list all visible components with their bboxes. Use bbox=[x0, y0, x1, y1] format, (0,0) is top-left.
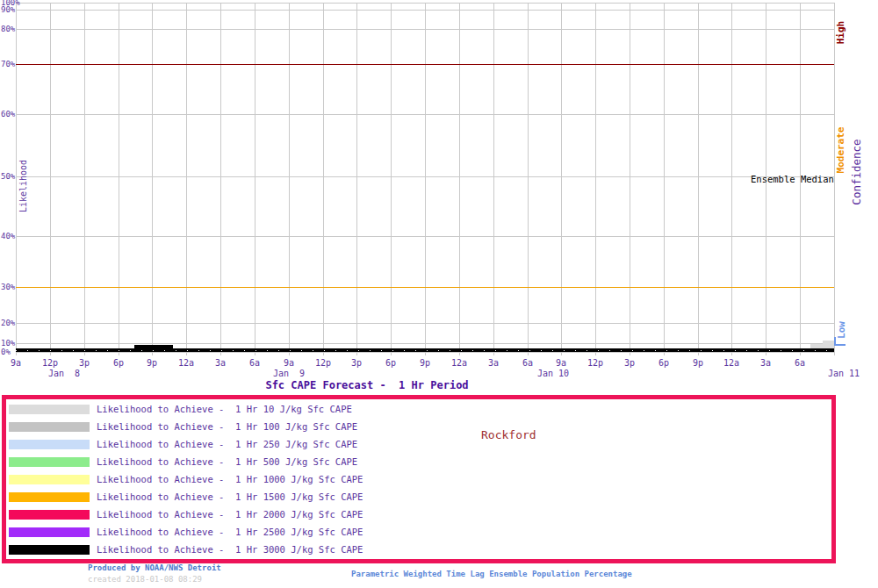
x-gridline bbox=[152, 3, 153, 355]
x-tick-label: 12a bbox=[178, 359, 194, 368]
x-tick-label: 6p bbox=[658, 359, 669, 368]
legend-item: Likelihood to Achieve - 1 Hr 1000 J/kg S… bbox=[9, 474, 363, 484]
legend-item: Likelihood to Achieve - 1 Hr 100 J/kg Sf… bbox=[9, 421, 357, 432]
y-tick-label: 50% bbox=[1, 173, 15, 181]
x-tick-label: 6p bbox=[385, 359, 396, 368]
legend-label: Likelihood to Achieve - 1 Hr 3000 J/kg S… bbox=[97, 545, 363, 555]
legend-item: Likelihood to Achieve - 1 Hr 2000 J/kg S… bbox=[9, 509, 363, 520]
x-gridline bbox=[84, 3, 85, 355]
y-tick-label: 80% bbox=[1, 25, 15, 33]
x-gridline bbox=[255, 3, 255, 355]
legend-label: Likelihood to Achieve - 1 Hr 1500 J/kg S… bbox=[97, 492, 363, 502]
legend-label: Likelihood to Achieve - 1 Hr 2000 J/kg S… bbox=[97, 510, 363, 520]
x-date-label: Jan 10 bbox=[537, 369, 569, 378]
series-segment bbox=[134, 345, 173, 348]
legend-label: Likelihood to Achieve - 1 Hr 500 J/kg Sf… bbox=[97, 457, 357, 467]
x-gridline bbox=[16, 3, 17, 355]
confidence-band-label-low: Low bbox=[837, 321, 846, 339]
legend-label: Likelihood to Achieve - 1 Hr 2500 J/kg S… bbox=[97, 527, 363, 537]
produced-by-credit: Produced by NOAA/NWS Detroit bbox=[88, 564, 221, 573]
created-timestamp: created 2018-01-08 08:29 bbox=[88, 576, 202, 584]
chart-title: Sfc CAPE Forecast - 1 Hr Period bbox=[265, 380, 468, 391]
x-gridline bbox=[528, 3, 529, 355]
legend-swatch bbox=[9, 527, 90, 537]
x-gridline bbox=[664, 3, 665, 355]
x-gridline bbox=[50, 3, 51, 355]
legend-swatch bbox=[9, 457, 90, 467]
x-gridline bbox=[356, 3, 357, 355]
legend-label: Likelihood to Achieve - 1 Hr 1000 J/kg S… bbox=[97, 475, 363, 484]
x-tick-label: 3p bbox=[351, 359, 362, 368]
legend-item: Likelihood to Achieve - 1 Hr 250 J/kg Sf… bbox=[9, 439, 357, 449]
x-gridline bbox=[630, 3, 630, 355]
x-gridline bbox=[493, 3, 494, 355]
x-gridline bbox=[289, 3, 290, 355]
x-tick-label: 9p bbox=[147, 359, 157, 368]
legend-swatch bbox=[9, 492, 90, 502]
legend-item: Likelihood to Achieve - 1 Hr 500 J/kg Sf… bbox=[9, 456, 357, 467]
station-name-label: Rockford bbox=[481, 429, 536, 441]
x-tick-label: 6p bbox=[113, 359, 124, 368]
method-caption: Parametric Weighted Time Lag Ensemble Po… bbox=[351, 570, 632, 579]
x-gridline bbox=[595, 3, 596, 355]
cape-forecast-chart: 9a12p3p6p9p12a3a6a9a12p3p6p9p12a3a6a9a12… bbox=[0, 0, 878, 588]
x-tick-label: 3a bbox=[760, 359, 771, 368]
legend-swatch bbox=[9, 440, 90, 449]
y-gridline bbox=[16, 10, 834, 11]
x-tick-label: 6a bbox=[795, 359, 805, 368]
legend-item: Likelihood to Achieve - 1 Hr 1500 J/kg S… bbox=[9, 491, 363, 502]
x-tick-label: 12p bbox=[42, 359, 58, 368]
legend-swatch bbox=[9, 405, 90, 414]
y-gridline bbox=[16, 29, 834, 30]
x-tick-label: 12a bbox=[451, 359, 467, 368]
x-tick-label: 3p bbox=[79, 359, 90, 368]
x-gridline bbox=[834, 3, 835, 355]
legend-swatch bbox=[9, 422, 90, 432]
legend-swatch bbox=[9, 510, 90, 520]
y-tick-label: 70% bbox=[1, 61, 15, 68]
y-tick-label: 90% bbox=[1, 6, 15, 14]
y-gridline bbox=[16, 236, 834, 237]
x-tick-label: 9a bbox=[284, 359, 294, 368]
x-tick-label: 9p bbox=[420, 359, 430, 368]
legend-item: Likelihood to Achieve - 1 Hr 2500 J/kg S… bbox=[9, 527, 363, 537]
y-tick-label: 40% bbox=[1, 233, 15, 240]
x-gridline bbox=[186, 3, 187, 355]
x-gridline bbox=[459, 3, 460, 355]
y-tick-label: 0% bbox=[1, 348, 11, 356]
reference-line-70pct bbox=[16, 64, 834, 65]
x-tick-label: 9p bbox=[693, 359, 703, 368]
legend-item: Likelihood to Achieve - 1 Hr 10 J/kg Sfc… bbox=[9, 404, 352, 414]
x-tick-label: 12a bbox=[723, 359, 739, 368]
confidence-band-label-high: High bbox=[836, 21, 846, 45]
right-axis-title: Confidence bbox=[852, 139, 863, 204]
y-tick-label: 20% bbox=[1, 319, 15, 327]
x-date-label: Jan 9 bbox=[273, 369, 305, 378]
legend-swatch bbox=[9, 475, 90, 484]
y-gridline bbox=[16, 3, 834, 4]
x-gridline bbox=[698, 3, 699, 355]
y-gridline bbox=[16, 343, 834, 344]
legend-label: Likelihood to Achieve - 1 Hr 10 J/kg Sfc… bbox=[97, 405, 352, 414]
legend-swatch bbox=[9, 545, 90, 555]
y-tick-label: 60% bbox=[1, 111, 15, 118]
confidence-band-label-moderate: Moderate bbox=[836, 127, 846, 174]
x-tick-label: 12p bbox=[587, 359, 603, 368]
x-tick-label: 6a bbox=[249, 359, 260, 368]
x-gridline bbox=[561, 3, 562, 355]
x-gridline bbox=[731, 3, 732, 355]
x-tick-label: 9a bbox=[556, 359, 566, 368]
y-gridline bbox=[16, 352, 834, 353]
series-point-markers bbox=[16, 350, 834, 351]
legend-label: Likelihood to Achieve - 1 Hr 100 J/kg Sf… bbox=[97, 422, 357, 432]
y-gridline bbox=[16, 176, 834, 177]
x-date-label: Jan 8 bbox=[48, 369, 80, 378]
y-tick-label: 30% bbox=[1, 283, 15, 291]
y-gridline bbox=[16, 323, 834, 324]
x-tick-label: 3a bbox=[488, 359, 499, 368]
legend-item: Likelihood to Achieve - 1 Hr 3000 J/kg S… bbox=[9, 544, 363, 555]
x-gridline bbox=[425, 3, 426, 355]
x-tick-label: 3p bbox=[624, 359, 635, 368]
legend-box: Likelihood to Achieve - 1 Hr 10 J/kg Sfc… bbox=[2, 395, 836, 563]
x-tick-label: 12p bbox=[315, 359, 331, 368]
